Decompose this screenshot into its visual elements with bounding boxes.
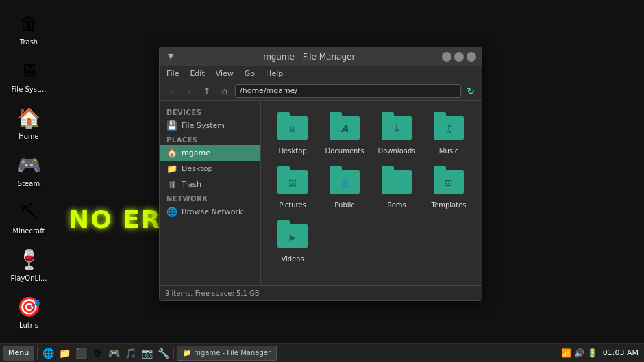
file-name-templates: Templates (432, 201, 467, 209)
desktop-icon-home[interactable]: 🏠 Home (7, 101, 51, 143)
home-button[interactable]: ⌂ (217, 83, 232, 99)
trash-icon: 🗑 (15, 10, 42, 37)
desktop-icon-minecraft[interactable]: ⛏ Minecraft (7, 196, 51, 237)
trash-sidebar-icon: 🗑 (166, 179, 177, 190)
menu-edit[interactable]: Edit (186, 68, 208, 79)
desktop-icon-playonlinux[interactable]: 🍷 PlayOnLi... (7, 243, 51, 285)
videos-folder-icon (276, 220, 309, 253)
minecraft-icon: ⛏ (15, 198, 42, 226)
file-name-roms: Roms (387, 201, 406, 209)
desktop-icon-list: 🗑 Trash 🖥 File Syst... 🏠 Home 🎮 Steam ⛏ … (7, 7, 51, 362)
mgame-sidebar-icon: 🏠 (166, 148, 177, 158)
music-folder-icon (432, 112, 465, 144)
desktop-icon-steam-label: Steam (18, 180, 40, 188)
taskbar: Menu 🌐 📁 ⬛ ⚙ 🎮 🎵 📷 🔧 📁 mgame - File Mana… (0, 343, 644, 362)
desktop-icon-playonlinux-label: PlayOnLi... (11, 274, 47, 282)
taskbar-icon-terminal[interactable]: ⬛ (73, 346, 88, 361)
sidebar-item-desktop-label: Desktop (182, 164, 212, 173)
sidebar-item-filesystem[interactable]: 💾 File System (160, 118, 260, 133)
taskbar-tray: 📶 🔊 🔋 01:03 AM (561, 348, 641, 358)
titlebar-buttons (442, 52, 476, 62)
public-folder-icon (328, 166, 361, 198)
taskbar-fm-icon: 📁 (183, 349, 191, 357)
menu-help[interactable]: Help (262, 68, 287, 79)
taskbar-icon-screenshot[interactable]: 📷 (139, 346, 154, 361)
address-bar[interactable]: /home/mgame/ (235, 84, 461, 98)
close-button[interactable] (467, 52, 476, 62)
taskbar-icon-browser[interactable]: 🌐 (40, 346, 55, 361)
menu-go[interactable]: Go (240, 68, 259, 79)
file-name-downloads: Downloads (378, 147, 416, 155)
start-button[interactable]: Menu (3, 346, 34, 361)
desktop-sidebar-icon: 📁 (166, 164, 177, 174)
sidebar-item-trash[interactable]: 🗑 Trash (160, 177, 260, 192)
reload-button[interactable]: ↻ (464, 84, 478, 98)
sidebar-item-desktop[interactable]: 📁 Desktop (160, 161, 260, 177)
menu-view[interactable]: View (212, 68, 238, 79)
desktop-icon-filesystem[interactable]: 🖥 File Syst... (7, 54, 51, 96)
home-icon: 🏠 (15, 104, 42, 131)
desktop-icon-home-label: Home (18, 133, 39, 140)
file-item-videos[interactable]: Videos (268, 216, 317, 267)
taskbar-icon-media[interactable]: 🎵 (123, 346, 138, 361)
sidebar-item-filesystem-label: File System (182, 121, 225, 130)
titlebar: ▼ mgame - File Manager (160, 47, 482, 66)
statusbar-text: 9 items. Free space: 5.1 GB (165, 289, 260, 297)
back-button[interactable]: ‹ (164, 83, 179, 99)
fm-sidebar: DEVICES 💾 File System PLACES 🏠 mgame 📁 D… (160, 101, 261, 285)
tray-volume-icon[interactable]: 🔊 (574, 348, 584, 358)
menubar: File Edit View Go Help (160, 66, 482, 81)
file-item-templates[interactable]: Templates (424, 161, 473, 213)
file-item-documents[interactable]: Documents (320, 107, 369, 159)
downloads-folder-icon (380, 112, 413, 144)
sidebar-item-network[interactable]: 🌐 Browse Network (160, 204, 260, 220)
file-item-downloads[interactable]: Downloads (372, 107, 421, 159)
minimize-button[interactable] (442, 52, 451, 62)
taskbar-icon-misc[interactable]: 🔧 (156, 346, 171, 361)
tray-battery-icon: 🔋 (587, 348, 597, 358)
desktop-icon-lutris[interactable]: 🎯 Lutris (7, 290, 51, 332)
taskbar-fm-label: mgame - File Manager (194, 349, 271, 357)
taskbar-file-manager-btn[interactable]: 📁 mgame - File Manager (177, 346, 277, 361)
templates-folder-icon (432, 166, 465, 198)
playonlinux-icon: 🍷 (15, 246, 42, 273)
taskbar-icon-steam[interactable]: 🎮 (106, 346, 121, 361)
sidebar-item-mgame[interactable]: 🏠 mgame (160, 145, 260, 161)
clock: 01:03 AM (600, 348, 641, 357)
sidebar-item-trash-label: Trash (182, 180, 201, 189)
desktop-icon-trash[interactable]: 🗑 Trash (7, 7, 51, 49)
toolbar: ‹ › ↑ ⌂ /home/mgame/ ↻ (160, 81, 482, 101)
neon-desktop-text: NO ER! (69, 205, 174, 233)
file-item-roms[interactable]: Roms (372, 161, 421, 213)
documents-folder-icon (328, 112, 361, 144)
file-item-public[interactable]: Public (320, 161, 369, 213)
maximize-button[interactable] (454, 52, 464, 62)
titlebar-title: mgame - File Manager (176, 52, 442, 62)
titlebar-menu-arrow[interactable]: ▼ (165, 51, 176, 62)
tray-network-icon[interactable]: 📶 (561, 348, 571, 358)
desktop-icon-steam[interactable]: 🎮 Steam (7, 148, 51, 190)
roms-folder-icon (380, 166, 413, 198)
taskbar-icon-files[interactable]: 📁 (57, 346, 72, 361)
titlebar-left: ▼ (165, 51, 176, 62)
pictures-folder-icon (276, 166, 309, 198)
desktop-folder-icon (276, 112, 309, 144)
fm-content: Desktop Documents Downloads (261, 101, 482, 285)
desktop-icon-minecraft-label: Minecraft (13, 227, 45, 235)
address-text: /home/mgame/ (240, 86, 297, 95)
menu-file[interactable]: File (162, 68, 183, 79)
filesystem-sidebar-icon: 💾 (166, 120, 177, 131)
file-item-pictures[interactable]: Pictures (268, 161, 317, 213)
sidebar-section-devices: DEVICES (160, 106, 260, 118)
steam-icon: 🎮 (15, 151, 42, 179)
up-button[interactable]: ↑ (199, 83, 214, 99)
file-item-music[interactable]: Music (424, 107, 473, 159)
forward-button[interactable]: › (182, 83, 197, 99)
desktop-icon-lutris-label: Lutris (19, 322, 38, 329)
file-item-desktop[interactable]: Desktop (268, 107, 317, 159)
taskbar-icon-settings[interactable]: ⚙ (90, 346, 105, 361)
sidebar-section-places: PLACES (160, 133, 260, 145)
lutris-icon: 🎯 (15, 293, 42, 320)
file-manager-window: ▼ mgame - File Manager File Edit View Go… (159, 47, 482, 301)
file-name-desktop: Desktop (278, 147, 306, 155)
